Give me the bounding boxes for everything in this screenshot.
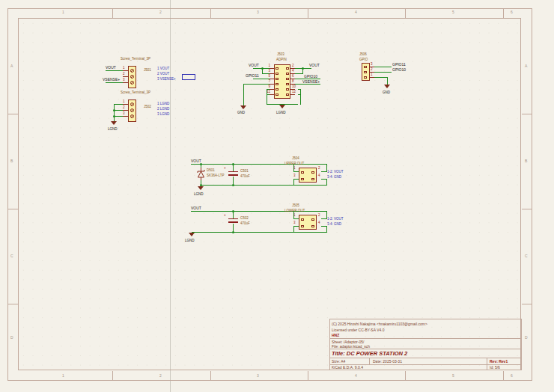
pin-number: 5: [264, 74, 270, 78]
j506-value: GPIO: [359, 58, 368, 61]
pin-number: 3: [293, 221, 296, 224]
pin-number: 1: [371, 73, 373, 76]
pin-number: 6: [292, 74, 294, 78]
wire: [295, 73, 302, 74]
pin-note: 3-4: GND: [327, 222, 341, 226]
zone-row-label: C: [10, 254, 13, 258]
wire: [233, 211, 234, 218]
j503-ref: J503: [277, 52, 284, 56]
zone-tick: [112, 9, 113, 18]
pin-number: 7: [264, 79, 270, 83]
pin-note: 2 VOUT: [157, 72, 169, 76]
annotation-box[interactable]: [182, 74, 195, 80]
pin-number: 3: [264, 69, 270, 73]
j503-connector-body[interactable]: [274, 64, 290, 99]
gnd-symbol: [240, 105, 246, 109]
j505-connector-body[interactable]: [299, 215, 317, 230]
j506-ref: J506: [359, 52, 367, 56]
pin-stub: [123, 116, 128, 117]
paper-size: Size: A4: [332, 359, 345, 364]
net-label-gpio10: GPIO10: [392, 67, 406, 72]
pin-note: 3 VSENSE+: [157, 77, 176, 81]
pin-note: 1 VOUT: [157, 67, 169, 70]
zone-col-label: 2: [159, 10, 162, 14]
wire: [293, 226, 294, 233]
cap-plus-sign: +: [224, 213, 226, 217]
pin-square: [364, 76, 367, 79]
gnd-label: LGND: [185, 239, 195, 242]
wire: [293, 179, 294, 186]
pin-stub: [290, 94, 295, 95]
cap-plus-sign: +: [224, 166, 226, 170]
zone-tick: [503, 371, 504, 381]
zone-col-label: 3: [257, 373, 259, 378]
c502-ref: C502: [240, 216, 249, 220]
zone-tick: [210, 9, 211, 18]
gnd-label: LGND: [108, 127, 118, 131]
pin-number: 1: [123, 99, 125, 103]
zone-tick: [522, 114, 532, 114]
pin-stub: [123, 104, 128, 105]
wire: [387, 77, 388, 85]
pin-square: [301, 225, 304, 227]
j503-value: ADPIN: [276, 58, 287, 61]
net-label-vout: VOUT: [191, 159, 201, 163]
gnd-symbol: [189, 233, 195, 236]
zone-row-label: D: [10, 335, 13, 340]
wire: [321, 171, 327, 172]
net-label-gpio11: GPIO11: [392, 62, 406, 67]
j502-connector-body[interactable]: [128, 99, 136, 122]
net-label-vout: VOUT: [106, 65, 116, 70]
pin-note: 1-2: VOUT: [327, 217, 344, 221]
zone-col-label: 5: [452, 373, 454, 378]
wire: [192, 232, 327, 233]
j504-connector-body[interactable]: [299, 168, 317, 183]
pin-number: 2: [371, 67, 373, 71]
zone-tick: [503, 9, 504, 18]
net-label-vout: VOUT: [249, 63, 259, 67]
pin-square: [311, 225, 314, 227]
pin-square: [301, 171, 304, 174]
zone-tick: [8, 304, 18, 304]
cap-plate: [228, 221, 238, 223]
pin-number: 2: [318, 213, 320, 217]
pin-number: 1: [293, 213, 296, 217]
pin-square: [364, 66, 367, 68]
wire: [253, 79, 270, 79]
zone-col-label: 4: [355, 373, 357, 378]
zone-row-label: C: [525, 254, 528, 258]
pin-number: 10: [292, 85, 296, 88]
cap-plate: [228, 218, 238, 219]
pin-square: [286, 94, 289, 96]
zone-col-label: 4: [355, 10, 357, 14]
zone-row-label: B: [525, 159, 527, 163]
j501-connector-body[interactable]: [128, 66, 136, 88]
file-name: File: adaptor.kicad_sch: [332, 344, 370, 349]
revision: Rev: Rev1: [490, 359, 508, 364]
net-label-vsense: VSENSE+: [103, 77, 120, 82]
pin-number: 11: [264, 90, 270, 94]
wire: [201, 185, 327, 186]
pin-note: 2 LGND: [157, 107, 169, 111]
j501-value: Screw_Terminal_3P: [121, 57, 150, 61]
zone-tick: [522, 304, 532, 304]
j506-connector-body[interactable]: [362, 63, 370, 81]
title-block-divider: [329, 338, 522, 339]
d501-diode-symbol[interactable]: [196, 168, 206, 180]
wire: [326, 179, 327, 186]
gnd-symbol: [111, 121, 117, 125]
junction-dot: [113, 115, 115, 117]
wire: [321, 218, 327, 219]
zone-row-label: A: [10, 64, 13, 68]
pin-number: 3: [123, 78, 125, 82]
wire: [114, 104, 123, 105]
pin-square: [276, 94, 278, 96]
wire: [326, 226, 327, 233]
pin-number: 1: [293, 166, 296, 170]
pin-square: [311, 178, 314, 180]
pin-number: 4: [292, 69, 294, 73]
zone-row-label: D: [525, 335, 528, 340]
wire: [293, 226, 299, 227]
zone-col-label: 5: [452, 10, 454, 14]
j504-ref: J504: [292, 156, 299, 160]
